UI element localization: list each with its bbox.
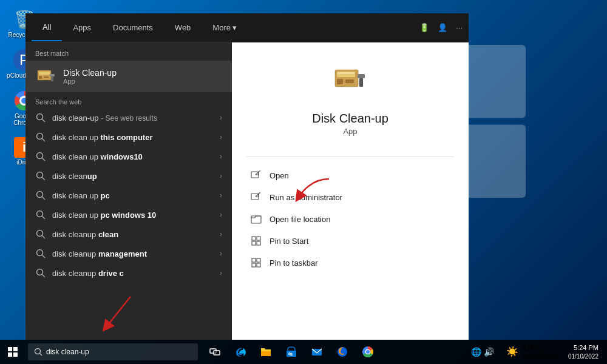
svg-line-22 <box>42 197 46 200</box>
desktop: 🗑️ Recycle Bin P pCloud Drive Google Chr… <box>0 0 607 364</box>
divider <box>246 157 454 157</box>
start-menu: All Apps Documents Web More ▾ 🔋 👤 ··· Be… <box>25 13 469 340</box>
app-details: Disk Clean-up App <box>246 61 454 144</box>
svg-rect-33 <box>337 72 354 74</box>
search-item-1[interactable]: disk clean up this computer › <box>25 127 232 147</box>
firefox-icon <box>336 346 348 358</box>
store-button[interactable]: 🛍 <box>279 340 304 364</box>
tab-apps[interactable]: Apps <box>62 15 102 41</box>
svg-rect-51 <box>8 347 12 351</box>
svg-point-13 <box>37 114 43 120</box>
svg-point-67 <box>366 350 370 354</box>
network-icon: 🌐 <box>471 347 481 357</box>
task-view-icon <box>209 346 220 357</box>
svg-rect-34 <box>337 79 343 84</box>
clock-time: 5:24 PM <box>568 343 599 352</box>
svg-point-15 <box>37 133 43 140</box>
user-icon[interactable]: 👤 <box>438 23 447 32</box>
battery-icon[interactable]: 🔋 <box>419 23 429 32</box>
action-open[interactable]: Open <box>246 164 454 186</box>
svg-line-26 <box>42 236 46 239</box>
svg-rect-58 <box>214 351 220 355</box>
chrome-taskbar-button[interactable] <box>356 340 380 364</box>
svg-rect-50 <box>257 263 260 267</box>
svg-rect-46 <box>257 241 260 245</box>
sys-tray-icons[interactable]: 🌐 🔊 <box>466 347 499 357</box>
disk-cleanup-icon <box>35 66 57 87</box>
svg-rect-11 <box>50 74 55 76</box>
taskbar-search[interactable] <box>28 343 198 360</box>
svg-rect-54 <box>13 352 18 357</box>
taskbar-right: 🌐 🔊 ☀️ 19°C Mostly sunny 5:24 PM 01/10/2… <box>466 342 607 361</box>
start-content: Best match <box>25 42 469 340</box>
svg-point-25 <box>37 231 43 237</box>
action-pin-taskbar[interactable]: Pin to taskbar <box>246 252 454 274</box>
start-button[interactable] <box>0 340 25 364</box>
svg-rect-10 <box>44 76 49 78</box>
svg-rect-53 <box>8 352 12 357</box>
svg-point-17 <box>37 153 43 159</box>
mail-icon <box>311 346 323 358</box>
search-icon-5 <box>35 209 46 220</box>
right-panel: Disk Clean-up App Open <box>232 42 469 340</box>
action-list: Open Run as administrator <box>246 164 454 274</box>
file-explorer-button[interactable] <box>254 340 278 364</box>
best-match-subtitle: App <box>63 78 117 85</box>
svg-point-21 <box>37 192 43 198</box>
search-item-4[interactable]: disk clean up pc › <box>25 186 232 205</box>
more-options-icon[interactable]: ··· <box>456 23 463 32</box>
pin-start-icon <box>250 235 262 247</box>
svg-line-18 <box>42 158 46 161</box>
svg-point-19 <box>37 172 43 178</box>
svg-rect-8 <box>39 72 50 75</box>
svg-rect-35 <box>345 79 354 83</box>
app-type: App <box>343 127 357 136</box>
svg-rect-45 <box>252 241 256 245</box>
svg-rect-47 <box>252 258 256 262</box>
tab-all[interactable]: All <box>32 14 62 41</box>
svg-line-28 <box>42 255 46 258</box>
svg-point-55 <box>35 349 41 354</box>
svg-line-24 <box>42 217 46 220</box>
firefox-button[interactable] <box>330 340 354 364</box>
action-file-location-label: Open file location <box>270 215 330 224</box>
action-run-admin[interactable]: Run as administrator <box>246 186 454 208</box>
search-item-3[interactable]: disk cleanup › <box>25 166 232 186</box>
action-open-label: Open <box>270 171 289 180</box>
taskbar-icons-group: 🛍 <box>203 340 380 364</box>
svg-line-39 <box>256 170 260 175</box>
run-admin-icon <box>250 191 262 203</box>
windows-start-icon <box>7 346 18 357</box>
search-item-8[interactable]: disk cleanup drive c › <box>25 263 232 283</box>
svg-line-30 <box>42 275 46 278</box>
system-clock[interactable]: 5:24 PM 01/10/2022 <box>565 342 602 361</box>
search-item-0[interactable]: disk clean-up - See web results › <box>25 108 232 127</box>
action-pin-start[interactable]: Pin to Start <box>246 230 454 252</box>
edge-button[interactable] <box>228 340 253 364</box>
action-file-location[interactable]: Open file location <box>246 208 454 230</box>
search-input[interactable] <box>46 348 180 356</box>
search-item-2[interactable]: disk clean up windows10 › <box>25 147 232 166</box>
svg-rect-12 <box>51 76 53 81</box>
svg-point-23 <box>37 211 43 217</box>
svg-line-41 <box>256 192 260 197</box>
tab-more[interactable]: More ▾ <box>202 15 248 41</box>
svg-rect-9 <box>39 76 42 79</box>
search-item-5[interactable]: disk clean up pc windows 10 › <box>25 205 232 224</box>
nav-right-icons: 🔋 👤 ··· <box>419 23 463 32</box>
action-pin-start-label: Pin to Start <box>270 237 308 246</box>
task-view-button[interactable] <box>203 340 227 364</box>
search-item-7[interactable]: disk cleanup management › <box>25 244 232 263</box>
best-match-item[interactable]: Disk Clean-up App <box>25 61 232 92</box>
search-item-6[interactable]: disk cleanup clean › <box>25 224 232 244</box>
file-explorer-icon <box>260 346 272 358</box>
svg-line-20 <box>42 178 46 181</box>
web-section-label: Search the web <box>25 92 232 108</box>
svg-rect-36 <box>358 74 365 78</box>
temperature: 19°C <box>522 343 557 354</box>
mail-button[interactable] <box>305 340 329 364</box>
tab-documents[interactable]: Documents <box>102 15 164 41</box>
edge-icon <box>234 346 246 358</box>
weather-temp[interactable]: ☀️ 19°C Mostly sunny <box>501 343 562 360</box>
tab-web[interactable]: Web <box>164 15 202 41</box>
